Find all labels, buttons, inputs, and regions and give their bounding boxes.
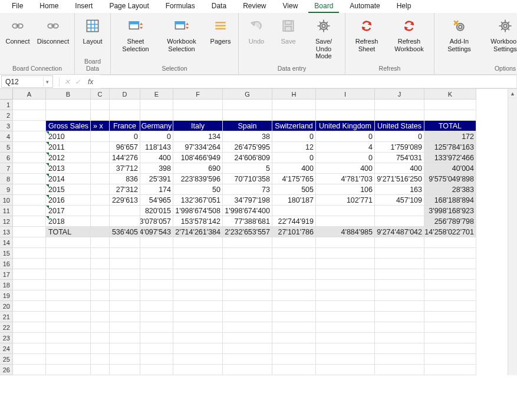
empty-cell[interactable] bbox=[424, 269, 476, 280]
row-header-10[interactable]: 10 bbox=[0, 195, 13, 206]
data-cell[interactable]: 3'998'168'923 bbox=[424, 206, 476, 216]
ribbon-btn-save-undo-mode[interactable]: Save/UndoMode bbox=[306, 15, 341, 60]
data-cell[interactable] bbox=[272, 206, 316, 216]
ribbon-btn-add-in-settings[interactable]: Add-InSettings bbox=[438, 15, 480, 52]
data-cell[interactable] bbox=[316, 216, 375, 227]
year-cell[interactable]: 2011 bbox=[46, 142, 91, 153]
data-cell[interactable]: 70'710'358 bbox=[223, 174, 272, 184]
data-cell[interactable] bbox=[91, 153, 110, 163]
data-cell[interactable]: 12 bbox=[272, 142, 316, 153]
empty-cell[interactable] bbox=[110, 100, 140, 110]
empty-cell[interactable] bbox=[91, 100, 110, 110]
data-cell[interactable] bbox=[110, 206, 140, 216]
data-cell[interactable]: 34'797'198 bbox=[223, 195, 272, 206]
empty-cell[interactable] bbox=[46, 322, 91, 333]
data-cell[interactable]: 1'998'674'400 bbox=[223, 206, 272, 216]
data-cell[interactable] bbox=[91, 142, 110, 153]
empty-cell[interactable] bbox=[91, 354, 110, 365]
empty-cell[interactable] bbox=[140, 312, 173, 322]
empty-cell[interactable] bbox=[424, 110, 476, 121]
empty-cell[interactable] bbox=[173, 269, 223, 280]
col-header-I[interactable]: I bbox=[316, 89, 375, 100]
data-cell[interactable] bbox=[13, 184, 46, 195]
empty-cell[interactable] bbox=[272, 343, 316, 354]
data-cell[interactable]: 40'004 bbox=[424, 163, 476, 174]
empty-cell[interactable] bbox=[46, 237, 91, 248]
data-cell[interactable]: 0 bbox=[272, 153, 316, 163]
empty-cell[interactable] bbox=[272, 269, 316, 280]
empty-cell[interactable] bbox=[13, 269, 46, 280]
empty-cell[interactable] bbox=[13, 121, 46, 131]
empty-cell[interactable] bbox=[272, 100, 316, 110]
data-cell[interactable]: 400 bbox=[316, 163, 375, 174]
data-cell[interactable]: 144'276 bbox=[110, 153, 140, 163]
empty-cell[interactable] bbox=[375, 290, 424, 301]
data-cell[interactable]: 172 bbox=[424, 131, 476, 142]
data-cell[interactable]: 4 bbox=[316, 142, 375, 153]
empty-cell[interactable] bbox=[173, 100, 223, 110]
data-cell[interactable]: 457'109 bbox=[375, 195, 424, 206]
ribbon-btn-save[interactable]: Save bbox=[274, 15, 302, 45]
row-header-16[interactable]: 16 bbox=[0, 259, 13, 269]
empty-cell[interactable] bbox=[140, 301, 173, 312]
menu-tab-help[interactable]: Help bbox=[388, 0, 420, 12]
row-header-19[interactable]: 19 bbox=[0, 290, 13, 301]
empty-cell[interactable] bbox=[272, 248, 316, 259]
data-cell[interactable]: 0 bbox=[272, 131, 316, 142]
empty-cell[interactable] bbox=[375, 110, 424, 121]
col-header-B[interactable]: B bbox=[46, 89, 91, 100]
empty-cell[interactable] bbox=[46, 333, 91, 343]
empty-cell[interactable] bbox=[424, 333, 476, 343]
empty-cell[interactable] bbox=[272, 301, 316, 312]
empty-cell[interactable] bbox=[316, 237, 375, 248]
row-header-14[interactable]: 14 bbox=[0, 237, 13, 248]
data-cell[interactable]: 1'759'089 bbox=[375, 142, 424, 153]
year-cell[interactable]: 2010 bbox=[46, 131, 91, 142]
empty-cell[interactable] bbox=[272, 354, 316, 365]
data-cell[interactable]: 163 bbox=[375, 184, 424, 195]
empty-cell[interactable] bbox=[91, 237, 110, 248]
data-cell[interactable] bbox=[13, 195, 46, 206]
empty-cell[interactable] bbox=[223, 343, 272, 354]
col-header-E[interactable]: E bbox=[140, 89, 173, 100]
empty-cell[interactable] bbox=[316, 248, 375, 259]
data-cell[interactable]: 168'188'894 bbox=[424, 195, 476, 206]
empty-cell[interactable] bbox=[91, 301, 110, 312]
empty-cell[interactable] bbox=[316, 280, 375, 290]
data-cell[interactable]: 400 bbox=[272, 163, 316, 174]
menu-tab-board[interactable]: Board bbox=[306, 0, 341, 12]
empty-cell[interactable] bbox=[375, 301, 424, 312]
data-cell[interactable]: 9'575'049'898 bbox=[424, 174, 476, 184]
row-header-21[interactable]: 21 bbox=[0, 312, 13, 322]
empty-cell[interactable] bbox=[375, 248, 424, 259]
formula-input[interactable] bbox=[100, 75, 517, 88]
header-cell-H[interactable]: Switzerland bbox=[272, 121, 316, 131]
data-cell[interactable]: 28'383 bbox=[424, 184, 476, 195]
row-header-4[interactable]: 4 bbox=[0, 131, 13, 142]
year-cell[interactable]: 2014 bbox=[46, 174, 91, 184]
data-cell[interactable]: 37'712 bbox=[110, 163, 140, 174]
empty-cell[interactable] bbox=[91, 259, 110, 269]
empty-cell[interactable] bbox=[316, 333, 375, 343]
scroll-up-arrow-icon[interactable]: ▲ bbox=[508, 89, 517, 98]
data-cell[interactable]: 25'391 bbox=[140, 174, 173, 184]
data-cell[interactable]: 820'015 bbox=[140, 206, 173, 216]
empty-cell[interactable] bbox=[13, 365, 46, 375]
empty-cell[interactable] bbox=[110, 365, 140, 375]
total-cell[interactable]: 27'101'786 bbox=[272, 227, 316, 237]
data-cell[interactable]: 24'606'809 bbox=[223, 153, 272, 163]
ribbon-btn-pagers[interactable]: Pagers bbox=[206, 15, 235, 45]
empty-cell[interactable] bbox=[110, 110, 140, 121]
col-header-G[interactable]: G bbox=[223, 89, 272, 100]
empty-cell[interactable] bbox=[46, 100, 91, 110]
empty-cell[interactable] bbox=[110, 248, 140, 259]
col-header-J[interactable]: J bbox=[375, 89, 424, 100]
empty-cell[interactable] bbox=[173, 248, 223, 259]
ribbon-btn-refresh-workbook[interactable]: RefreshWorkbook bbox=[388, 15, 430, 52]
empty-cell[interactable] bbox=[316, 322, 375, 333]
empty-cell[interactable] bbox=[110, 259, 140, 269]
ribbon-btn-layout[interactable]: Layout bbox=[78, 15, 107, 45]
empty-cell[interactable] bbox=[110, 354, 140, 365]
empty-cell[interactable] bbox=[375, 237, 424, 248]
empty-cell[interactable] bbox=[316, 343, 375, 354]
